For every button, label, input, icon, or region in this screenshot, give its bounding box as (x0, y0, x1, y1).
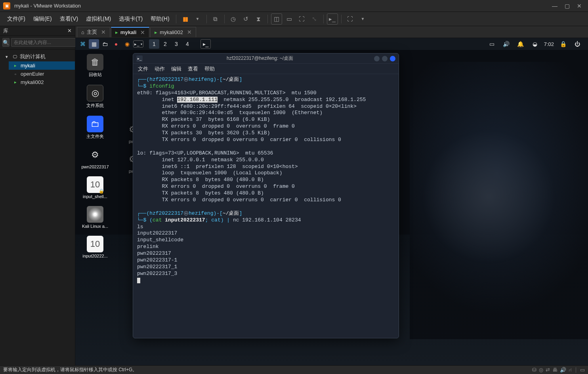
folder-icon: 🗀 (87, 116, 103, 132)
files-icon[interactable]: 🗀 (100, 39, 110, 49)
term-menu-edit[interactable]: 编辑 (171, 65, 181, 73)
close-button[interactable]: ✕ (577, 3, 582, 9)
screen-icon[interactable]: ▭ (487, 39, 497, 49)
close-icon[interactable]: ✕ (101, 29, 106, 35)
tree-item-mykali[interactable]: ▸ mykali (9, 61, 75, 70)
tab-mykali[interactable]: ▸ mykali ✕ (111, 27, 149, 37)
power-dropdown[interactable]: ▼ (192, 13, 203, 25)
term-close-button[interactable] (390, 56, 395, 61)
pause-button[interactable]: ▮▮ (179, 13, 191, 25)
home-icon: ⌂ (81, 29, 84, 35)
fullscreen-button[interactable]: ⛶ (345, 13, 356, 25)
sidebar: 库 ✕ 🔍 ▼ ▾ 🖵 我的计算机 ▸ mykali ▫ openEuler (0, 26, 75, 365)
clock[interactable]: 7:02 (544, 41, 554, 47)
icon-label: input_shell... (83, 194, 107, 199)
snapshot-button[interactable]: ◷ (228, 13, 239, 25)
trash-icon: 🗑 (87, 54, 103, 71)
menu-help[interactable]: 帮助(H) (147, 15, 173, 23)
disk-icon[interactable]: ⛁ (532, 367, 536, 373)
console-button[interactable]: ▸_ (327, 13, 338, 25)
kali-menu-icon[interactable]: ⌘ (78, 39, 88, 49)
term-minimize-button[interactable] (374, 56, 380, 61)
tab-mykali002[interactable]: ▸ mykali002 ✕ (150, 27, 196, 37)
sidebar-close-icon[interactable]: ✕ (67, 28, 72, 34)
desktop-inputshell[interactable]: 10 input_shell... (79, 176, 111, 199)
term-menu-help[interactable]: 帮助 (204, 65, 215, 73)
minimize-button[interactable]: — (552, 3, 557, 9)
desktop-trash[interactable]: 🗑 回收站 (79, 54, 111, 78)
network-icon[interactable]: ⇄ (546, 367, 550, 373)
terminal-launcher[interactable]: ▸_▾ (133, 40, 143, 48)
workspace-4[interactable]: 4 (182, 39, 193, 49)
search-icon[interactable]: 🔍 (2, 38, 10, 47)
taskbar-terminal[interactable]: ▸_ (200, 39, 211, 49)
printer-icon[interactable]: 🖶 (552, 367, 557, 373)
menubar: 文件(F) 编辑(E) 查看(V) 虚拟机(M) 选项卡(T) 帮助(H) ▮▮… (0, 12, 588, 26)
separator (176, 15, 176, 23)
workspace-3[interactable]: 3 (171, 39, 181, 49)
desktop-home[interactable]: 🗀 主文件夹 (79, 116, 111, 139)
window-controls: — ▢ ✕ (552, 3, 585, 9)
send-ctrlaltdel-button[interactable]: ⧉ (210, 13, 221, 25)
panel-app-1[interactable]: ▦ (89, 39, 99, 49)
tree-item-mykali002[interactable]: ▸ mykali002 (9, 78, 75, 86)
manage-snapshot-button[interactable]: ⧗ (253, 13, 264, 25)
fullscreen-dropdown[interactable]: ▼ (357, 13, 368, 25)
icon-label: 文件系统 (86, 103, 104, 109)
tab-home[interactable]: ⌂ 主页 ✕ (77, 27, 110, 37)
wallpaper-spikes (410, 117, 568, 276)
term-maximize-button[interactable] (382, 56, 388, 61)
icon-label: 回收站 (89, 72, 102, 78)
window-title: mykali - VMware Workstation (14, 3, 552, 9)
cherrytree-icon[interactable]: ● (111, 39, 121, 49)
layout-button-1[interactable]: ◫ (271, 13, 282, 25)
workspace-2[interactable]: 2 (160, 39, 170, 49)
desktop-filesystem[interactable]: ◎ 文件系统 (79, 85, 111, 109)
terminal-titlebar[interactable]: ▸_ hzf20222317@hezifeng: ~/桌面 (133, 53, 399, 64)
unity-button[interactable]: ⤡ (309, 13, 320, 25)
kali-desktop[interactable]: ⌘ ▦ 🗀 ● ◉ ▸_▾ 1 2 3 4 ▸_ ▭ 🔊 🔔 ◒ 7:02 (75, 38, 588, 365)
sound-icon[interactable]: 🔊 (560, 367, 566, 373)
menu-tabs[interactable]: 选项卡(T) (115, 15, 147, 23)
tab-label: 主页 (87, 29, 97, 36)
layout-button-3[interactable]: ⛶ (296, 13, 307, 25)
lock-icon[interactable]: 🔒 (558, 39, 568, 49)
tree-root-label: 我的计算机 (20, 53, 46, 60)
terminal-content[interactable]: ┌──(hzf20222317㉿hezifeng)-[~/桌面] └─$ ifc… (133, 74, 399, 338)
volume-icon[interactable]: 🔊 (501, 39, 512, 49)
workspace-1[interactable]: 1 (149, 39, 159, 49)
icon-label: pwn20222317 (81, 164, 109, 169)
cd-icon[interactable]: ◎ (539, 367, 543, 373)
notifications-icon[interactable]: 🔔 (515, 39, 526, 49)
search-input[interactable] (11, 38, 76, 47)
power-icon[interactable]: ⏻ (572, 39, 582, 49)
layout-button-2[interactable]: ▭ (284, 13, 295, 25)
message-icon[interactable]: ▭ (580, 367, 585, 373)
tree-item-label: openEuler (21, 71, 44, 77)
close-icon[interactable]: ✕ (140, 29, 145, 36)
menu-view[interactable]: 查看(V) (56, 15, 82, 23)
tree-item-label: mykali (21, 63, 35, 69)
menu-vm[interactable]: 虚拟机(M) (82, 15, 115, 23)
usb-icon[interactable]: ⑁ (569, 367, 572, 373)
firefox-icon[interactable]: ◉ (122, 39, 132, 49)
menu-file[interactable]: 文件(F) (3, 15, 29, 23)
term-menu-file[interactable]: 文件 (138, 65, 148, 73)
separator (206, 15, 207, 23)
desktop-kali-iso[interactable]: Kali Linux a... (79, 206, 111, 229)
close-icon[interactable]: ✕ (187, 29, 192, 35)
desktop-pwn1[interactable]: ⚙ pwn20222317 (79, 147, 111, 169)
maximize-button[interactable]: ▢ (565, 3, 570, 9)
icon-label: 主文件夹 (86, 134, 104, 139)
revert-button[interactable]: ↺ (241, 13, 252, 25)
term-menu-actions[interactable]: 动作 (155, 65, 165, 73)
tree-root[interactable]: ▾ 🖵 我的计算机 (0, 52, 75, 61)
menu-edit[interactable]: 编辑(E) (29, 15, 56, 23)
gear-icon: ⚙ (87, 147, 103, 163)
terminal-window[interactable]: ▸_ hzf20222317@hezifeng: ~/桌面 文件 动作 编辑 查… (133, 53, 399, 338)
tree-item-openeuler[interactable]: ▫ openEuler (9, 70, 75, 78)
updates-icon[interactable]: ◒ (530, 39, 540, 49)
vm-icon: ▸ (13, 80, 18, 85)
term-menu-view[interactable]: 查看 (188, 65, 198, 73)
desktop-input2[interactable]: 10 input20222... (79, 236, 111, 258)
